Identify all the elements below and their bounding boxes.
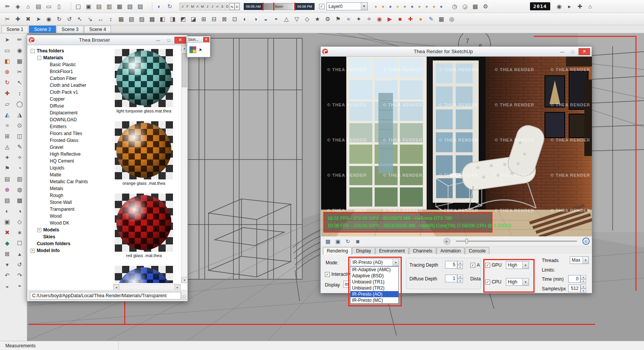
scene-tab[interactable]: Scene 4 [84, 26, 111, 33]
measure-icon[interactable]: ✎ [426, 14, 436, 24]
act-camera-icon[interactable]: ● [401, 2, 409, 11]
tree-expander-icon[interactable] [44, 159, 48, 163]
select-tool-icon[interactable]: ➤ [1, 35, 13, 44]
plugin-icon[interactable]: ◇ [302, 14, 312, 24]
plugin-icon[interactable]: ⊞ [199, 14, 209, 24]
snap-tool-icon[interactable]: ∗ [14, 228, 26, 237]
walk-tool-icon[interactable]: ⚑ [1, 163, 13, 173]
sphere-tool-icon[interactable]: ◓ [14, 281, 26, 291]
sket-titlebar[interactable]: Sket... ✕ [187, 36, 210, 43]
month-label[interactable]: J [205, 3, 210, 10]
tree-item[interactable]: Skies [29, 233, 109, 240]
render-tab[interactable]: Animation [437, 247, 465, 254]
style-textured-icon[interactable]: ▧ [125, 2, 135, 11]
settings-icon[interactable]: ⚙ [481, 2, 491, 11]
plugin-icon[interactable]: ✧ [364, 14, 374, 24]
axes-tool-icon[interactable]: ◭ [1, 110, 13, 119]
close-button[interactable]: ✕ [579, 48, 590, 55]
section-icon[interactable]: ▸ [564, 2, 575, 11]
mode-option[interactable]: Unbiased (TR1) [351, 279, 398, 285]
refresh-button[interactable]: ↻ [343, 237, 352, 246]
close-button[interactable]: ✕ [203, 37, 209, 42]
chevron-down-icon[interactable]: ▼ [522, 262, 528, 269]
plugin-icon[interactable]: ◓ [271, 14, 281, 24]
plugin-icon[interactable]: ★ [312, 14, 323, 24]
month-label[interactable]: J [180, 3, 185, 10]
soften-tool-icon[interactable]: ◑ [14, 206, 26, 216]
tree-expander-icon[interactable]: + [37, 228, 41, 232]
tree-item[interactable]: Liquids [29, 164, 109, 171]
orbit-tool-icon[interactable]: ◔ [14, 163, 26, 173]
act-camera-icon[interactable]: ● [438, 2, 445, 11]
spin-down-icon[interactable]: ▼ [457, 279, 463, 283]
component-tool-icon[interactable]: ◇ [14, 217, 26, 226]
plugin-icon[interactable]: ↘ [85, 14, 95, 24]
tree-item[interactable]: Wood DK [29, 220, 109, 226]
up-tool-icon[interactable]: ▴ [14, 249, 26, 259]
plugin-icon[interactable]: ✚ [13, 14, 23, 24]
style-hidden-line-icon[interactable]: ▥ [104, 2, 114, 11]
plugin-icon[interactable]: ◩ [178, 14, 188, 24]
tree-item[interactable]: Transparent [29, 206, 109, 213]
tree-expander-icon[interactable] [44, 207, 48, 212]
material-preview[interactable] [115, 266, 173, 283]
material-item[interactable]: orange glass .mat.thea [113, 121, 174, 186]
match-tool-icon[interactable]: ◐ [1, 206, 13, 216]
polygon-tool-icon[interactable]: ▱ [1, 99, 13, 109]
material-preview[interactable] [115, 194, 173, 252]
layer-selector[interactable]: Layer0 ▼ [326, 2, 368, 10]
tree-expander-icon[interactable] [44, 70, 48, 74]
tree-item[interactable]: Carbon Fiber [29, 75, 109, 82]
color-wheel-icon[interactable] [189, 46, 196, 53]
down-tool-icon[interactable]: ▾ [1, 260, 13, 269]
walk-icon[interactable]: ◉ [554, 2, 564, 11]
browser-titlebar[interactable]: Thea Browser — □ ✕ [27, 35, 187, 45]
plugin-icon[interactable]: ↺ [64, 14, 75, 24]
plugin-icon[interactable]: ⊠ [219, 14, 230, 24]
scroll-up-icon[interactable]: ▲ [181, 45, 187, 51]
repeat-tool-icon[interactable]: ↷ [14, 270, 26, 280]
zoom-tool-icon[interactable]: ✦ [1, 153, 13, 162]
plugin-icon[interactable]: ⚙ [323, 14, 333, 24]
time-limit-spinner[interactable]: 0 ▲▼ [568, 275, 586, 283]
layer-visible-checkbox[interactable]: ✓ [319, 4, 324, 9]
plugin-icon[interactable]: ◒ [261, 14, 271, 24]
spin-down-icon[interactable]: ▼ [580, 289, 586, 293]
fog-tool-icon[interactable]: ▩ [14, 195, 26, 205]
plugin-icon[interactable]: ✖ [23, 14, 33, 24]
minimize-button[interactable]: — [557, 48, 567, 55]
act-camera-icon[interactable]: ● [430, 2, 438, 11]
shadow-tool-icon[interactable]: ▨ [1, 195, 13, 205]
tree-item[interactable]: High Reflective [29, 151, 109, 158]
month-label[interactable]: M [200, 3, 205, 10]
tree-item[interactable]: - Thea folders [29, 47, 109, 54]
tree-item[interactable]: Cloth and Leather [29, 82, 109, 89]
chevron-down-icon[interactable]: ▼ [582, 257, 589, 264]
render-titlebar[interactable]: Thea Render for SketchUp — □ ✕ [321, 47, 592, 57]
tracing-depth-spinner[interactable]: 5 ▲▼ [445, 261, 463, 269]
material-path-field[interactable]: C:/Users/boyd/AppData/Local/Thea Render/… [30, 292, 181, 300]
tree-item[interactable]: Cloth Pack v1 [29, 89, 109, 96]
delete-tool-icon[interactable]: ✖ [1, 228, 13, 237]
samples-value[interactable]: 512 [568, 285, 580, 292]
paint-tool-icon[interactable]: ◧ [1, 56, 13, 66]
tree-expander-icon[interactable] [44, 63, 48, 67]
act-camera-icon[interactable]: ● [394, 2, 401, 11]
tape-tool-icon[interactable]: ⊙ [14, 120, 26, 130]
close-button[interactable]: ✕ [174, 37, 186, 44]
diffuse-depth-spinner[interactable]: 1 ▲▼ [445, 275, 463, 282]
plugin-icon[interactable]: ▽ [292, 14, 302, 24]
slider-handle[interactable] [465, 239, 468, 244]
tree-item[interactable]: Rough [29, 192, 109, 199]
month-label[interactable]: O [225, 3, 230, 10]
supersampling-checkbox[interactable]: ✓ A [470, 262, 480, 268]
gpu-checkbox[interactable]: ✓ GPU [485, 262, 502, 268]
protractor-tool-icon[interactable]: ⊞ [1, 131, 13, 141]
month-label[interactable]: A [215, 3, 220, 10]
style-shaded-icon[interactable]: ▦ [114, 2, 125, 11]
mode-combobox[interactable]: IR-Presto (AO) ▼ [351, 259, 399, 266]
maximize-button[interactable]: □ [164, 37, 174, 44]
tree-item[interactable]: + Models [29, 226, 109, 233]
chevron-down-icon[interactable]: ▼ [361, 3, 367, 10]
mode-option[interactable]: IR-Presto (MC) [351, 297, 398, 303]
